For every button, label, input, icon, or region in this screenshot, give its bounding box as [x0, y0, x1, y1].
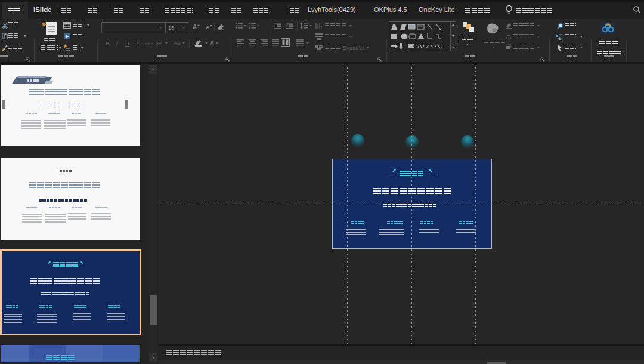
- svg-text:b: b: [559, 36, 562, 41]
- svg-text:a: a: [556, 33, 558, 38]
